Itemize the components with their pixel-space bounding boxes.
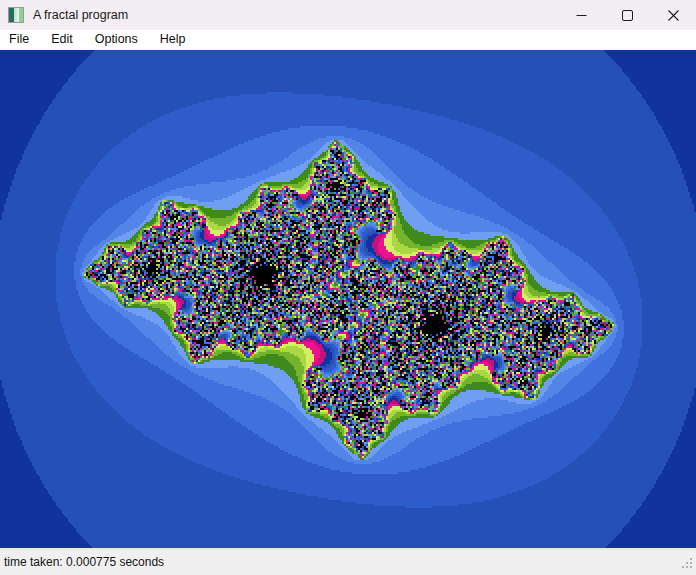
- fractal-canvas[interactable]: [0, 50, 696, 548]
- minimize-button[interactable]: [558, 0, 604, 30]
- menu-item-file[interactable]: File: [0, 31, 40, 49]
- menu-item-help[interactable]: Help: [149, 31, 197, 49]
- maximize-button[interactable]: [604, 0, 650, 30]
- close-icon: [668, 10, 679, 21]
- resize-grip-icon[interactable]: [682, 558, 693, 572]
- menu-item-options[interactable]: Options: [84, 31, 149, 49]
- app-window: A fractal program: [0, 0, 696, 575]
- menu-bar: FileEditOptionsHelp: [0, 30, 696, 50]
- status-bar: time taken: 0.000775 seconds: [0, 548, 696, 575]
- maximize-icon: [622, 10, 633, 21]
- menu-item-edit[interactable]: Edit: [40, 31, 84, 49]
- title-bar[interactable]: A fractal program: [0, 0, 696, 30]
- minimize-icon: [576, 10, 587, 21]
- window-controls: [558, 0, 696, 30]
- window-title: A fractal program: [33, 8, 128, 22]
- close-button[interactable]: [650, 0, 696, 30]
- picture-icon: [8, 7, 24, 23]
- status-text: time taken: 0.000775 seconds: [4, 555, 164, 569]
